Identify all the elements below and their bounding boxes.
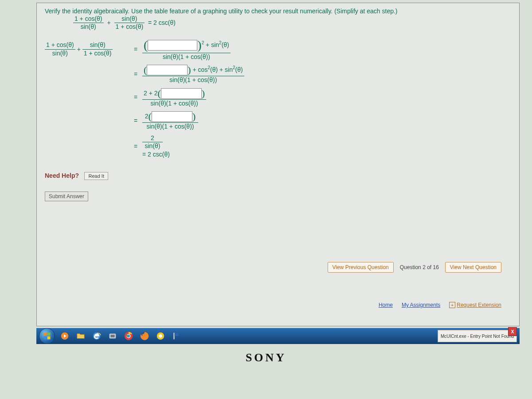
svg-rect-16: [174, 333, 178, 336]
need-help-row: Need Help? Read It: [45, 172, 511, 180]
read-it-button[interactable]: Read It: [84, 172, 108, 180]
start-button[interactable]: [39, 328, 55, 344]
blank-input-2[interactable]: [147, 65, 188, 75]
view-next-button[interactable]: View Next Question: [445, 262, 501, 273]
plus-icon: +: [449, 302, 455, 308]
view-previous-button[interactable]: View Previous Question: [328, 262, 394, 273]
taskbar-flag-icon[interactable]: [169, 330, 184, 342]
windows-icon: [43, 332, 51, 340]
taskbar-ie-icon[interactable]: [90, 330, 104, 342]
taskbar-app-icon[interactable]: [153, 330, 168, 342]
svg-rect-8: [110, 335, 114, 337]
app-window: Verify the identity algebraically. Use t…: [36, 3, 520, 326]
taskbar-chrome-icon[interactable]: [121, 330, 136, 342]
identity-frac2: sin(θ) 1 + cos(θ): [114, 16, 145, 31]
svg-rect-15: [174, 333, 175, 340]
svg-rect-1: [47, 333, 51, 336]
identity-rhs: = 2 csc(θ): [146, 19, 177, 26]
identity-frac1: 1 + cos(θ) sin(θ): [73, 16, 104, 31]
taskbar-firefox-icon[interactable]: [137, 330, 152, 342]
submit-answer-button[interactable]: Submit Answer: [45, 192, 88, 201]
taskbar-popup: McUICnt.exe - Entry Point Not Found: [438, 330, 517, 342]
step-1: 1 + cos(θ) sin(θ) + sin(θ) 1 + cos(θ) = …: [45, 39, 511, 60]
taskbar-folder-icon[interactable]: [74, 330, 88, 342]
taskbar-popup-close[interactable]: X: [508, 327, 517, 336]
request-extension-link[interactable]: Request Extension: [457, 302, 501, 308]
step-5: = 2 sin(θ) = 2 csc(θ): [45, 135, 511, 158]
my-assignments-link[interactable]: My Assignments: [402, 302, 440, 308]
blank-input-4[interactable]: [152, 111, 192, 122]
taskbar-tool-icon[interactable]: [106, 330, 120, 342]
plus-sign: +: [105, 19, 112, 26]
blank-input-1[interactable]: [148, 40, 197, 51]
svg-rect-2: [44, 336, 47, 340]
footer-links: Home My Assignments + Request Extension: [379, 302, 501, 308]
taskbar: McUICnt.exe - Entry Point Not Found X: [36, 328, 520, 344]
taskbar-media-icon[interactable]: [58, 330, 72, 342]
identity: 1 + cos(θ) sin(θ) + sin(θ) 1 + cos(θ) = …: [45, 16, 511, 31]
laptop-brand: SONY: [0, 351, 532, 364]
question-nav: View Previous Question Question 2 of 16 …: [326, 262, 501, 273]
svg-rect-0: [44, 333, 47, 336]
blank-input-3[interactable]: [161, 88, 202, 99]
step-4: = 2() sin(θ)(1 + cos(θ)): [45, 111, 511, 130]
need-help-label: Need Help?: [45, 172, 79, 179]
svg-rect-3: [47, 336, 51, 340]
svg-point-14: [159, 334, 162, 337]
step-3: = 2 + 2() sin(θ)(1 + cos(θ)): [45, 88, 511, 107]
home-link[interactable]: Home: [379, 302, 393, 308]
question-counter: Question 2 of 16: [395, 262, 443, 272]
instruction-text: Verify the identity algebraically. Use t…: [45, 8, 511, 15]
step-2: = () + cos2(θ) + sin2(θ) sin(θ)(1 + cos(…: [45, 65, 511, 84]
screen: Verify the identity algebraically. Use t…: [0, 0, 532, 399]
